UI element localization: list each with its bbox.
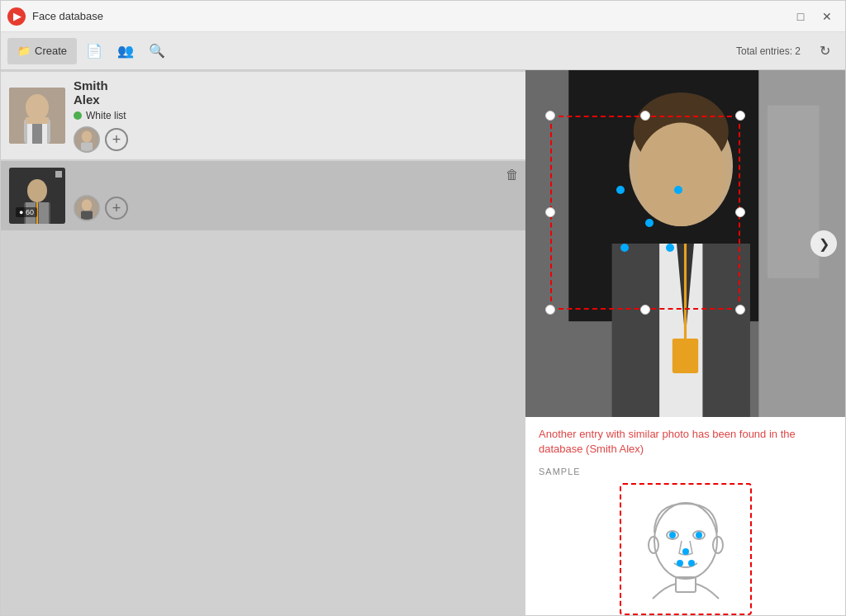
delete-button-2[interactable]: 🗑 [506, 168, 519, 182]
thumb-2 [74, 195, 100, 221]
next-photo-button[interactable]: ❯ [810, 230, 837, 257]
video-overlay: ● 60 [16, 207, 37, 217]
corner-handle-ml[interactable] [545, 207, 555, 217]
add-thumb-button-2[interactable]: + [105, 197, 128, 220]
corner-handle-bm[interactable] [640, 305, 650, 315]
title-bar-left: ▶ Face database [7, 7, 103, 26]
entry-avatar-2: ● 60 [9, 168, 65, 224]
svg-rect-6 [32, 124, 42, 144]
app-icon: ▶ [7, 7, 26, 26]
face-illustration [636, 495, 735, 603]
entry-status-1: White list [74, 110, 517, 121]
svg-point-39 [696, 532, 702, 538]
close-button[interactable]: ✕ [815, 7, 839, 26]
create-button[interactable]: 📁 Create [7, 38, 77, 64]
status-dot-1 [74, 111, 82, 120]
entry-name-1: SmithAlex [74, 78, 517, 107]
title-bar-controls: □ ✕ [789, 7, 839, 26]
video-badge: ● 60 [16, 207, 37, 217]
document-icon-button[interactable]: 📄 [80, 38, 108, 64]
svg-point-8 [82, 131, 92, 143]
warning-text: Another entry with similar photo has bee… [539, 427, 832, 457]
sample-face-container [539, 483, 832, 615]
refresh-button[interactable]: ↻ [810, 38, 839, 64]
status-label-1: White list [86, 110, 126, 121]
svg-rect-9 [81, 143, 93, 152]
window-title: Face database [32, 10, 103, 22]
svg-rect-3 [26, 117, 49, 124]
svg-point-41 [677, 560, 683, 566]
face-selection-rect [550, 116, 740, 310]
face-overlay: ❯ [525, 70, 845, 417]
corner-handle-tm[interactable] [640, 111, 650, 121]
main-content: SmithAlex White list + [1, 70, 845, 615]
entry-thumbs-1: + [74, 126, 517, 153]
people-icon-button[interactable]: 👥 [112, 38, 140, 64]
entry-avatar-1 [9, 88, 65, 144]
photo-area: ❯ [525, 70, 845, 417]
info-area: Another entry with similar photo has bee… [525, 417, 845, 615]
svg-point-42 [688, 560, 695, 566]
svg-point-38 [669, 532, 676, 538]
entry-row[interactable]: SmithAlex White list + [1, 72, 525, 159]
thumb-1 [74, 126, 100, 153]
left-panel: SmithAlex White list + [1, 70, 525, 615]
entry-row-2[interactable]: ● 60 + [1, 161, 525, 230]
face-dot-right-eye [674, 186, 682, 194]
corner-handle-bl[interactable] [545, 305, 555, 315]
total-entries-label: Total entries: 2 [736, 45, 801, 57]
entry-info-2: + [74, 170, 517, 221]
face-dot-mouth-left [620, 244, 629, 252]
main-window: ▶ Face database □ ✕ 📁 Create 📄 👥 🔍 Total… [0, 0, 846, 616]
create-label: Create [35, 45, 67, 57]
corner-handle-br[interactable] [735, 305, 745, 315]
minimize-button[interactable]: □ [789, 7, 812, 26]
entry-thumbs-2: + [74, 195, 517, 221]
svg-rect-19 [81, 211, 93, 220]
title-bar: ▶ Face database □ ✕ [1, 1, 845, 32]
toolbar: 📁 Create 📄 👥 🔍 Total entries: 2 ↻ [1, 32, 845, 70]
entry-indicator [55, 171, 62, 178]
right-panel: ❯ Another entry with similar photo has b… [525, 70, 845, 615]
sample-label: SAMPLE [539, 467, 832, 476]
sample-face-box [620, 483, 752, 615]
svg-point-11 [27, 179, 47, 202]
svg-point-35 [649, 537, 658, 553]
corner-handle-mr[interactable] [735, 207, 745, 217]
svg-point-18 [82, 200, 92, 211]
svg-point-36 [713, 537, 723, 553]
svg-point-1 [26, 94, 49, 121]
face-dot-left-eye [616, 186, 625, 194]
add-thumb-button-1[interactable]: + [105, 128, 128, 151]
svg-point-40 [682, 548, 689, 555]
corner-handle-tr[interactable] [735, 111, 745, 121]
face-dot-mouth-right [666, 244, 674, 252]
entry-info-1: SmithAlex White list + [74, 78, 517, 153]
svg-rect-14 [39, 202, 49, 224]
folder-icon: 📁 [17, 45, 31, 57]
search-button[interactable]: 🔍 [143, 38, 171, 64]
corner-handle-tl[interactable] [545, 111, 555, 121]
face-dot-nose [645, 219, 654, 227]
